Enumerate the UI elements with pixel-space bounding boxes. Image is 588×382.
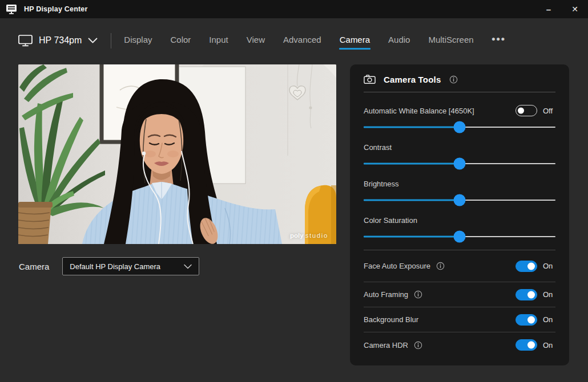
info-icon[interactable] — [449, 75, 458, 84]
panel-header-divider — [364, 92, 555, 92]
face-auto-exposure-state: On — [543, 262, 555, 270]
tab-color[interactable]: Color — [170, 31, 192, 51]
info-icon[interactable] — [414, 341, 422, 350]
toggle-knob — [518, 108, 524, 114]
tab-overflow-button[interactable]: ●●● — [492, 31, 506, 49]
camera-preview-image — [18, 64, 336, 244]
slider-thumb[interactable] — [454, 121, 466, 133]
brightness-slider[interactable] — [364, 194, 555, 206]
tab-input[interactable]: Input — [208, 31, 228, 51]
info-icon[interactable] — [414, 290, 422, 299]
camera-select-row: Camera Default HP Display Camera — [19, 257, 199, 275]
background-blur-state: On — [543, 315, 555, 324]
hp-display-center-window: HP Display Center – ✕ HP 734pm Displa — [0, 0, 588, 382]
brightness-label: Brightness — [364, 180, 398, 188]
toggle-knob — [527, 342, 535, 349]
toggle-knob — [527, 262, 535, 270]
watermark-poly: poly — [290, 232, 304, 239]
slider-thumb[interactable] — [454, 231, 466, 243]
awb-slider[interactable] — [364, 121, 555, 133]
background-blur-row: Background Blur On — [364, 307, 555, 332]
contrast-slider[interactable] — [364, 157, 555, 170]
face-auto-exposure-row: Face Auto Exposure On — [364, 250, 555, 282]
awb-toggle-state: Off — [543, 107, 555, 115]
auto-framing-row: Auto Framing On — [364, 282, 555, 307]
awb-toggle[interactable] — [515, 105, 537, 116]
tab-bar: Display Color Input View Advanced Camera… — [123, 31, 505, 51]
camera-hdr-state: On — [543, 341, 555, 350]
watermark-studio: studio — [305, 232, 328, 239]
camera-select-value: Default HP Display Camera — [70, 262, 160, 271]
camera-icon — [364, 74, 376, 84]
awb-label: Automatic White Balance [4650K] — [364, 107, 474, 115]
slider-fill — [364, 236, 460, 238]
background-blur-toggle[interactable] — [515, 314, 537, 326]
app-logo-icon — [6, 4, 17, 15]
auto-framing-state: On — [543, 290, 555, 299]
camera-select-label: Camera — [19, 262, 49, 271]
toggle-knob — [527, 316, 535, 323]
header-divider — [111, 33, 111, 48]
titlebar: HP Display Center – ✕ — [0, 0, 588, 18]
chevron-down-icon — [184, 264, 192, 269]
header: HP 734pm Display Color Input View Advanc… — [18, 30, 577, 51]
slider-fill — [364, 163, 460, 165]
tab-advanced[interactable]: Advanced — [283, 31, 322, 51]
tab-camera[interactable]: Camera — [339, 31, 370, 51]
auto-framing-toggle[interactable] — [515, 289, 537, 300]
contrast-label: Contrast — [364, 143, 392, 152]
brightness-slider-row: Brightness — [364, 178, 555, 206]
color-saturation-slider-row: Color Saturation — [364, 214, 555, 243]
slider-thumb[interactable] — [454, 194, 466, 206]
tab-display[interactable]: Display — [123, 31, 152, 51]
auto-framing-label: Auto Framing — [364, 290, 422, 299]
toggle-list: Face Auto Exposure On Auto Framing — [364, 250, 555, 357]
background-blur-label: Background Blur — [364, 315, 418, 324]
panel-title: Camera Tools — [384, 75, 441, 84]
camera-hdr-toggle[interactable] — [515, 339, 537, 351]
color-saturation-slider[interactable] — [364, 230, 555, 243]
chevron-down-icon — [88, 38, 98, 44]
device-name: HP 734pm — [39, 35, 82, 46]
toggle-knob — [527, 291, 535, 298]
slider-thumb[interactable] — [454, 158, 466, 170]
tab-audio[interactable]: Audio — [388, 31, 410, 51]
color-saturation-label: Color Saturation — [364, 216, 417, 225]
face-auto-exposure-toggle[interactable] — [515, 261, 537, 272]
close-button[interactable]: ✕ — [562, 0, 588, 18]
camera-select-dropdown[interactable]: Default HP Display Camera — [62, 257, 199, 275]
slider-fill — [364, 200, 460, 201]
device-selector[interactable]: HP 734pm — [18, 35, 98, 47]
poly-studio-watermark: polystudio — [290, 232, 328, 239]
info-icon[interactable] — [436, 262, 445, 270]
slider-fill — [364, 127, 460, 128]
awb-slider-row: Automatic White Balance [4650K] Off — [364, 105, 555, 133]
minimize-button[interactable]: – — [535, 0, 562, 18]
face-auto-exposure-label: Face Auto Exposure — [364, 262, 445, 270]
camera-hdr-row: Camera HDR On — [364, 332, 555, 357]
camera-hdr-label: Camera HDR — [364, 341, 422, 350]
monitor-icon — [18, 35, 33, 47]
contrast-slider-row: Contrast — [364, 141, 555, 170]
window-title: HP Display Center — [24, 5, 88, 13]
camera-tools-panel: Camera Tools Automatic White Balance [46… — [350, 64, 569, 365]
panel-header: Camera Tools — [364, 70, 555, 88]
tab-view[interactable]: View — [246, 31, 265, 51]
camera-preview: polystudio — [18, 64, 336, 244]
tab-multiscreen[interactable]: MultiScreen — [428, 31, 474, 51]
